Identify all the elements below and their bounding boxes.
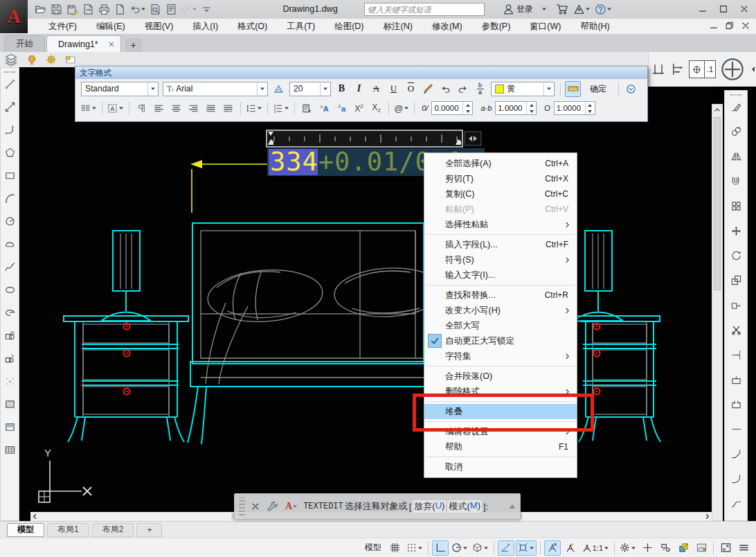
publish-button[interactable] <box>164 1 178 17</box>
undo-button[interactable] <box>129 1 146 17</box>
menu-12[interactable]: 帮助(H) <box>570 19 619 34</box>
lowercase-button[interactable]: Aa <box>334 100 350 116</box>
chevron-down-icon[interactable] <box>257 82 267 96</box>
open-file-button[interactable] <box>33 1 47 17</box>
menu-3[interactable]: 视图(V) <box>135 19 183 34</box>
menu-item-15[interactable]: 字符集 <box>424 348 577 364</box>
command-prompt[interactable]: TEXTEDIT选择注释对象或[放弃(U)模式(M)]: <box>303 500 488 513</box>
menu-8[interactable]: 标注(N) <box>374 19 422 34</box>
menu-item-7[interactable]: 插入字段(L)...Ctrl+F <box>424 237 577 252</box>
ruler-toggle[interactable] <box>565 81 581 97</box>
oblique-input[interactable]: 0.0000 <box>431 101 473 115</box>
isodraft-toggle[interactable] <box>471 540 490 556</box>
align-right-button[interactable] <box>186 100 201 116</box>
file-tab-[interactable]: 开始 <box>4 35 45 52</box>
toolbar-collapse-icon[interactable] <box>749 62 756 76</box>
menu-5[interactable]: 格式(O) <box>228 19 277 34</box>
a360-button[interactable] <box>573 1 591 17</box>
ok-button[interactable]: 确定 <box>582 81 614 96</box>
spinner-arrows[interactable] <box>585 102 595 114</box>
symbol-button[interactable]: @ <box>393 100 410 116</box>
rectangle-tool[interactable] <box>1 167 18 184</box>
search-input[interactable] <box>364 3 485 16</box>
menu-item-1[interactable]: 全部选择(A)Ctrl+A <box>424 156 577 171</box>
fillet-tool[interactable] <box>728 470 744 487</box>
ortho-toggle[interactable] <box>432 540 449 556</box>
options-button[interactable] <box>623 81 639 97</box>
table-tool[interactable] <box>1 441 18 458</box>
construction-line-tool[interactable] <box>1 98 18 115</box>
spinner-arrows[interactable] <box>526 102 536 114</box>
tracking-input[interactable]: 1.0000 <box>495 101 537 115</box>
snap-toggle[interactable] <box>405 540 424 556</box>
make-block-tool[interactable] <box>1 350 18 366</box>
font-combo[interactable]: TrArial <box>163 82 268 96</box>
justification-button[interactable] <box>107 100 125 116</box>
align-distribute-button[interactable] <box>220 100 236 116</box>
layout-tab-1[interactable]: 模型 <box>7 523 44 537</box>
underline-button[interactable]: U <box>386 81 402 97</box>
arc-tool[interactable] <box>1 190 18 206</box>
line-spacing-button[interactable] <box>245 100 263 116</box>
break-tool[interactable] <box>728 396 744 413</box>
annotation-visibility-toggle[interactable] <box>544 540 561 556</box>
line-tool[interactable] <box>1 76 18 92</box>
command-option-2[interactable]: 模式(M) <box>447 500 482 513</box>
close-button[interactable] <box>735 2 753 16</box>
text-format-title[interactable]: 文字格式 <box>75 67 647 79</box>
rotate-tool[interactable] <box>728 247 744 264</box>
redo-edit-button[interactable] <box>455 81 471 97</box>
ellipse-arc-tool[interactable] <box>1 304 18 321</box>
join-tool[interactable] <box>728 421 744 438</box>
trim-tool[interactable] <box>728 321 744 338</box>
layout-tab-2[interactable]: 布局1 <box>47 523 89 537</box>
circle-tool[interactable] <box>1 213 18 229</box>
menu-item-12[interactable]: 改变大小写(H) <box>424 303 577 318</box>
mtext-ruler[interactable] <box>267 130 481 147</box>
extend-tool[interactable] <box>728 346 744 363</box>
layer-on-icon[interactable] <box>25 53 39 67</box>
command-history-icon[interactable] <box>509 504 516 509</box>
signin-button[interactable]: 登录 <box>503 1 533 17</box>
new-file-button[interactable] <box>113 1 127 17</box>
stretch-tool[interactable] <box>728 297 744 314</box>
align-center-button[interactable] <box>168 100 184 116</box>
insert-block-tool[interactable] <box>1 327 18 344</box>
command-option-1[interactable]: 放弃(U) <box>413 500 446 513</box>
layer-freeze-icon[interactable] <box>44 53 58 67</box>
overline-button[interactable]: O <box>403 81 419 97</box>
search-button[interactable] <box>485 1 498 17</box>
menu-2[interactable]: 编辑(E) <box>87 19 135 34</box>
tolerance-button[interactable]: .1 <box>689 60 716 78</box>
help-button[interactable] <box>595 1 612 17</box>
bold-button[interactable]: B <box>334 81 350 97</box>
tab-close-icon[interactable] <box>108 41 115 48</box>
chamfer-tool[interactable] <box>728 446 744 463</box>
layer-box-icon[interactable] <box>64 53 78 67</box>
spinner-arrows[interactable] <box>462 102 472 114</box>
menu-4[interactable]: 插入(I) <box>183 19 228 34</box>
mirror-tool[interactable] <box>728 148 744 165</box>
menu-11[interactable]: 窗口(W) <box>520 19 570 34</box>
chevron-down-icon[interactable] <box>147 82 158 96</box>
annotation-scale-button[interactable]: 1:1 <box>580 540 611 556</box>
menu-item-9[interactable]: 输入文字(I)... <box>424 267 577 283</box>
polyline-tool[interactable] <box>1 121 18 138</box>
toolbar-grip[interactable] <box>4 71 15 73</box>
blend-curves-tool[interactable] <box>728 495 744 512</box>
grid-toggle[interactable] <box>387 540 404 556</box>
otrack-toggle[interactable] <box>498 540 514 556</box>
stack-button[interactable]: ba <box>472 81 488 97</box>
menu-7[interactable]: 绘图(D) <box>325 19 373 34</box>
menu-item-13[interactable]: 全部大写 <box>424 318 577 333</box>
maximize-button[interactable] <box>714 2 732 16</box>
copy-tool[interactable] <box>728 123 744 140</box>
qat-customize-button[interactable] <box>199 1 213 17</box>
break-at-point-tool[interactable] <box>728 371 744 388</box>
menu-item-11[interactable]: 查找和替换...Ctrl+R <box>424 288 577 303</box>
menu-1[interactable]: 文件(F) <box>39 19 87 34</box>
chevron-down-icon[interactable] <box>320 82 330 96</box>
customization-button[interactable] <box>735 540 752 556</box>
vertical-scrollbar[interactable] <box>712 104 723 521</box>
new-tab-button[interactable]: + <box>125 38 142 52</box>
